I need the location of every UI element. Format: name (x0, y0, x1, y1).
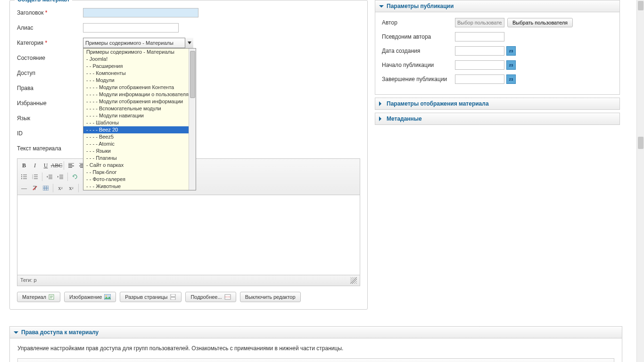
image-icon (104, 294, 111, 300)
category-option[interactable]: - - - Плагины (83, 155, 196, 162)
strike-button[interactable]: ABC (52, 161, 61, 170)
category-option[interactable]: - - - - Модули отображения информации (83, 98, 196, 105)
category-option[interactable]: Примеры содержимого - Материалы (83, 49, 196, 56)
category-option[interactable]: - - - - Beez 20 (83, 126, 196, 133)
access-label: Доступ (17, 70, 83, 76)
language-label: Язык (17, 115, 83, 122)
category-option[interactable]: - - - - Модули навигации (83, 112, 196, 119)
hr-button[interactable]: — (19, 183, 29, 193)
outdent-button[interactable] (45, 172, 54, 181)
table-button[interactable] (41, 183, 50, 193)
ol-button[interactable]: 123 (30, 172, 40, 181)
indent-button[interactable] (56, 172, 65, 181)
resize-handle-icon[interactable] (350, 277, 357, 284)
svg-rect-8 (104, 294, 111, 300)
category-option[interactable]: - - - - Вспомогательные модули (83, 105, 196, 112)
insert-material-button[interactable]: Материал (17, 292, 60, 302)
category-option[interactable]: - Joomla! (83, 56, 196, 63)
svg-point-9 (106, 296, 107, 297)
title-label: Заголовок * (17, 9, 83, 16)
create-material-fieldset: Создать материал Заголовок * Алиас Катег… (9, 0, 368, 310)
category-option[interactable]: - - - - Beez5 (83, 133, 196, 140)
chevron-down-icon (379, 5, 384, 8)
bold-button[interactable]: B (19, 161, 29, 170)
author-input[interactable] (455, 18, 504, 27)
dropdown-arrow-icon[interactable] (185, 38, 193, 48)
created-input[interactable] (455, 46, 504, 56)
chevron-down-icon (14, 331, 18, 334)
metadata-panel-header[interactable]: Метаданные (375, 113, 619, 124)
readmore-button[interactable]: Подробнее... (185, 292, 236, 302)
document-icon (49, 294, 55, 300)
svg-point-1 (21, 176, 22, 177)
category-option[interactable]: - - - - Модули информации о пользователя… (83, 91, 196, 98)
select-user-button[interactable]: Выбрать пользователя (507, 18, 573, 27)
dropdown-scrollbar[interactable] (189, 49, 196, 190)
title-input[interactable] (83, 8, 198, 17)
calendar-icon[interactable] (506, 60, 516, 70)
permissions-group-header[interactable]: Все (17, 358, 614, 362)
pub-start-label: Начало публикации (382, 62, 455, 68)
metadata-panel: Метаданные (375, 113, 620, 125)
publishing-panel-header[interactable]: Параметры публикации (375, 0, 619, 12)
category-option[interactable]: - Сайт о парках (83, 162, 196, 169)
category-option[interactable]: - - - - Atomic (83, 140, 196, 148)
rights-label: Права (17, 85, 83, 91)
alias-input[interactable] (83, 23, 179, 33)
remove-format-button[interactable] (30, 183, 40, 193)
pub-end-label: Завершение публикации (382, 76, 455, 82)
category-option[interactable]: - - - Языки (83, 148, 196, 155)
permissions-desc: Управление настройками прав доступа для … (17, 345, 614, 352)
align-left-button[interactable] (66, 161, 76, 170)
category-option[interactable]: - - - Животные (83, 183, 196, 190)
body-label: Текст материала (17, 145, 83, 152)
ul-button[interactable] (19, 172, 29, 181)
svg-rect-10 (171, 294, 175, 296)
category-option[interactable]: - - - Шаблоны (83, 119, 196, 126)
svg-point-2 (21, 178, 22, 179)
category-select[interactable]: Примеры содержимого - Материалы Примеры … (83, 38, 193, 48)
chevron-right-icon (379, 101, 384, 106)
undo-button[interactable] (70, 172, 80, 181)
svg-text:3: 3 (32, 178, 33, 179)
state-label: Состояние (17, 55, 83, 61)
permissions-panel: Права доступа к материалу Управление нас… (9, 326, 622, 362)
pub-end-input[interactable] (455, 74, 504, 84)
superscript-button[interactable]: x2 (66, 183, 76, 193)
insert-image-button[interactable]: Изображение (64, 292, 116, 302)
pagebreak-button[interactable]: Разрыв страницы (120, 292, 182, 302)
category-option[interactable]: - - Фото-галерея (83, 176, 196, 183)
category-option[interactable]: - - Расширения (83, 63, 196, 70)
svg-point-0 (21, 174, 22, 175)
calendar-icon[interactable] (506, 74, 516, 84)
chevron-right-icon (379, 116, 384, 121)
id-label: ID (17, 130, 83, 137)
category-label: Категория * (17, 40, 83, 46)
create-material-legend: Создать материал (15, 0, 72, 3)
category-option[interactable]: - - - - Модули отображения Контента (83, 84, 196, 91)
display-panel-header[interactable]: Параметры отображения материала (375, 98, 619, 109)
page-scrollbar[interactable] (636, 0, 644, 362)
editor-textarea[interactable] (17, 195, 360, 275)
italic-button[interactable]: I (30, 161, 40, 170)
author-label: Автор (382, 19, 455, 26)
category-option[interactable]: - - Парк-блог (83, 169, 196, 176)
toggle-editor-button[interactable]: Выключить редактор (240, 292, 301, 302)
permissions-header[interactable]: Права доступа к материалу (10, 327, 622, 338)
alias-label: Алиас (17, 25, 83, 31)
created-label: Дата создания (382, 48, 455, 54)
calendar-icon[interactable] (506, 46, 516, 56)
pub-start-input[interactable] (455, 60, 504, 70)
category-option[interactable]: - - - Компоненты (83, 70, 196, 77)
underline-button[interactable]: U (41, 161, 50, 170)
subscript-button[interactable]: x2 (56, 183, 65, 193)
pagebreak-icon (170, 294, 176, 300)
category-dropdown-list[interactable]: Примеры содержимого - Материалы- Joomla!… (83, 48, 196, 190)
category-option[interactable]: - - - Модули (83, 77, 196, 84)
editor-statusbar: Теги: p (17, 275, 360, 286)
publishing-panel: Параметры публикации Автор Выбрать польз… (375, 0, 620, 95)
author-alias-label: Псевдоним автора (382, 33, 455, 40)
author-alias-input[interactable] (455, 32, 504, 41)
svg-rect-11 (171, 297, 175, 300)
readmore-icon (224, 294, 231, 300)
